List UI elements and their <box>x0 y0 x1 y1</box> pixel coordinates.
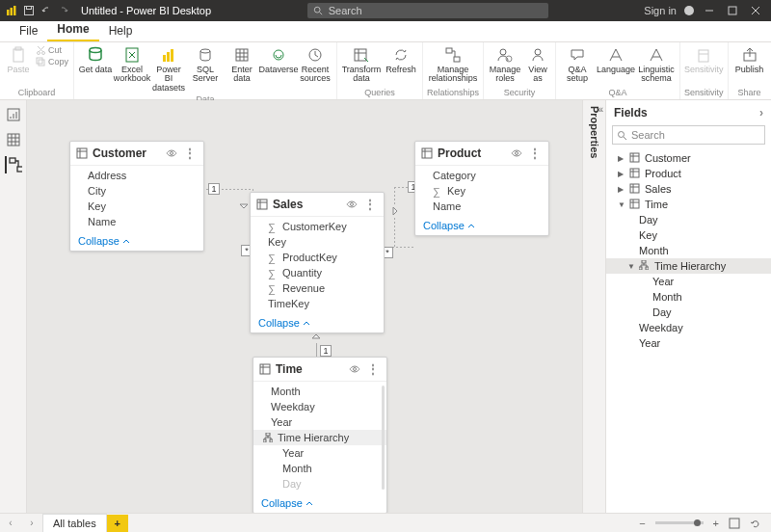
more-icon[interactable]: ⋮ <box>182 146 198 160</box>
view-as-button[interactable]: View as <box>524 44 551 86</box>
more-icon[interactable]: ⋮ <box>365 362 381 376</box>
collapse-link[interactable]: Collapse <box>251 313 384 332</box>
visibility-icon[interactable] <box>166 147 177 159</box>
field-item[interactable]: Month <box>253 384 386 399</box>
tab-file[interactable]: File <box>10 21 47 41</box>
qa-setup-button[interactable]: Q&A setup <box>560 44 595 86</box>
tree-table[interactable]: ▶Sales <box>606 181 771 197</box>
svg-rect-41 <box>266 433 270 436</box>
field-item[interactable]: Month <box>253 461 386 476</box>
visibility-icon[interactable] <box>349 363 360 375</box>
table-time[interactable]: Time⋮ Month Weekday Year Time Hierarchy … <box>253 357 387 513</box>
redo-icon[interactable] <box>58 5 69 16</box>
excel-button[interactable]: Excel workbook <box>115 44 149 86</box>
tab-help[interactable]: Help <box>99 21 143 41</box>
tree-field[interactable]: Year <box>606 335 771 351</box>
minimize-button[interactable] <box>702 3 717 18</box>
tree-table[interactable]: ▶Customer <box>606 150 771 166</box>
pbi-datasets-button[interactable]: Power BI datasets <box>151 44 186 94</box>
save-icon[interactable] <box>23 5 35 16</box>
scrollbar[interactable] <box>382 386 385 490</box>
more-icon[interactable]: ⋮ <box>362 198 378 211</box>
tree-field[interactable]: Weekday <box>606 320 771 335</box>
fields-pane: Fields› Search ▶Customer ▶Product ▶Sales… <box>605 100 771 513</box>
zoom-out[interactable]: − <box>639 518 645 529</box>
field-item[interactable]: Year <box>253 414 386 430</box>
undo-icon[interactable] <box>40 5 52 16</box>
transform-button[interactable]: Transform data <box>341 44 382 86</box>
field-item[interactable]: ∑Key <box>415 183 548 199</box>
field-item[interactable]: City <box>70 183 203 199</box>
visibility-icon[interactable] <box>511 147 522 159</box>
tree-field[interactable]: Day <box>606 305 771 320</box>
zoom-in[interactable]: + <box>713 518 719 529</box>
ribbon-label-sens: Sensitivity <box>684 88 724 99</box>
chevron-right-icon[interactable]: › <box>759 106 763 120</box>
prev-tab[interactable]: ‹ <box>0 518 21 528</box>
model-canvas[interactable]: 1 * 1 * * 1 Customer⋮ Address City Key N… <box>27 100 582 513</box>
field-item[interactable]: ∑Revenue <box>251 280 384 296</box>
model-view-icon[interactable] <box>5 156 22 173</box>
field-item[interactable]: TimeKey <box>251 296 384 311</box>
visibility-icon[interactable] <box>346 199 358 210</box>
field-item[interactable]: ∑Quantity <box>251 265 384 280</box>
sql-server-button[interactable]: SQL Server <box>188 44 223 86</box>
field-item[interactable]: Name <box>415 199 548 214</box>
get-data-button[interactable]: Get data <box>78 44 113 76</box>
field-item[interactable]: Address <box>70 168 203 183</box>
tree-field[interactable]: Key <box>606 227 771 243</box>
maximize-button[interactable] <box>725 3 740 18</box>
avatar[interactable] <box>684 6 694 15</box>
collapse-link[interactable]: Collapse <box>70 231 203 251</box>
enter-data-button[interactable]: Enter data <box>225 44 259 86</box>
svg-point-13 <box>90 48 101 53</box>
tree-field[interactable]: Month <box>606 243 771 258</box>
fields-search[interactable]: Search <box>612 125 765 145</box>
field-item[interactable]: Category <box>415 168 548 183</box>
more-icon[interactable]: ⋮ <box>527 146 543 160</box>
hierarchy-icon <box>263 433 273 442</box>
collapse-link[interactable]: Collapse <box>253 493 386 513</box>
field-item[interactable]: ∑ProductKey <box>251 250 384 265</box>
table-sales[interactable]: Sales⋮ ∑CustomerKey Key ∑ProductKey ∑Qua… <box>250 192 385 333</box>
field-item[interactable]: Name <box>70 214 203 229</box>
search-box[interactable]: Search <box>307 3 548 18</box>
field-item[interactable]: Year <box>253 445 386 461</box>
reset-icon[interactable] <box>750 518 761 529</box>
data-view-icon[interactable] <box>5 131 22 148</box>
field-item[interactable]: Key <box>70 199 203 214</box>
fit-screen-icon[interactable] <box>729 518 740 529</box>
add-tab-button[interactable]: + <box>107 515 128 532</box>
dataverse-button[interactable]: Dataverse <box>261 44 296 76</box>
ling-schema-button[interactable]: Linguistic schema <box>637 44 676 86</box>
table-product[interactable]: Product⋮ Category ∑Key Name Collapse <box>414 141 549 236</box>
tree-hierarchy[interactable]: ▼Time Hierarchy <box>606 258 771 274</box>
signin-link[interactable]: Sign in <box>644 5 677 16</box>
recent-sources-button[interactable]: Recent sources <box>298 44 332 86</box>
tree-field[interactable]: Month <box>606 289 771 305</box>
cut-button: Cut <box>35 44 69 56</box>
table-customer[interactable]: Customer⋮ Address City Key Name Collapse <box>69 141 204 252</box>
field-item[interactable]: Key <box>251 234 384 250</box>
tab-all-tables[interactable]: All tables <box>42 514 107 532</box>
report-view-icon[interactable] <box>5 106 22 123</box>
tree-table[interactable]: ▼Time <box>606 197 771 212</box>
tab-home[interactable]: Home <box>47 19 98 41</box>
refresh-button[interactable]: Refresh <box>384 44 418 76</box>
field-item[interactable]: Day <box>253 476 386 492</box>
collapse-link[interactable]: Collapse <box>415 216 548 235</box>
zoom-slider[interactable] <box>655 521 704 524</box>
next-tab[interactable]: › <box>21 518 42 528</box>
properties-collapsed[interactable]: « Properties <box>582 100 605 513</box>
field-hierarchy[interactable]: Time Hierarchy <box>253 430 386 445</box>
field-item[interactable]: ∑CustomerKey <box>251 219 384 234</box>
language-button[interactable]: Language <box>597 44 635 76</box>
publish-button[interactable]: Publish <box>732 44 767 76</box>
field-item[interactable]: Weekday <box>253 399 386 414</box>
tree-field[interactable]: Day <box>606 212 771 227</box>
tree-field[interactable]: Year <box>606 274 771 289</box>
manage-roles-button[interactable]: Manage roles <box>488 44 522 86</box>
tree-table[interactable]: ▶Product <box>606 166 771 181</box>
manage-rel-button[interactable]: Manage relationships <box>429 44 477 86</box>
close-button[interactable] <box>748 3 763 18</box>
